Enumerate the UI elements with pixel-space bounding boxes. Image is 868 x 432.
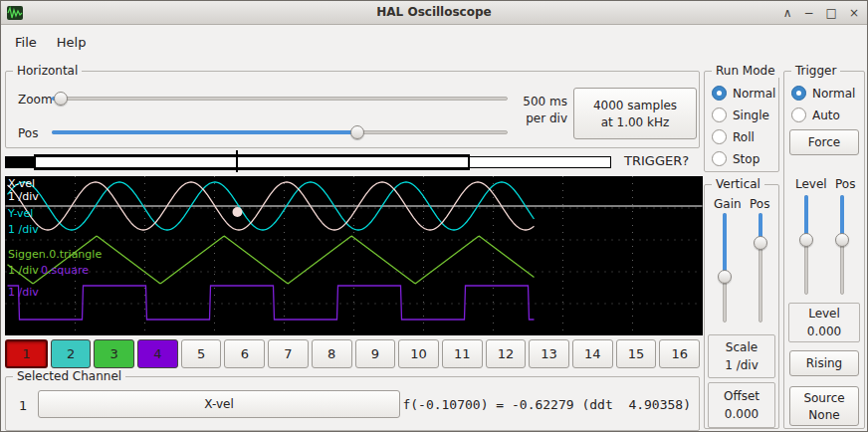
channel-strip: 12345678910111213141516: [5, 339, 700, 368]
radio-icon: [712, 108, 727, 122]
radio-label: Normal: [812, 87, 855, 101]
offset-label: Offset: [724, 389, 760, 403]
close-icon[interactable]: ×: [849, 1, 859, 25]
channel-button-1[interactable]: 1: [5, 339, 48, 368]
horizontal-pos-slider[interactable]: [52, 125, 508, 139]
radio-label: Stop: [733, 152, 760, 166]
horizontal-group: Horizontal Zoom 500 ms per div 4000 samp…: [5, 71, 700, 148]
trigger-question-label: TRIGGER?: [624, 153, 689, 168]
minimize-icon[interactable]: −: [804, 1, 814, 25]
trigger-level-slider[interactable]: [799, 195, 813, 295]
slider-track: [52, 97, 508, 101]
channel-button-10[interactable]: 10: [398, 339, 439, 368]
radio-icon: [712, 86, 727, 101]
channel-button-3[interactable]: 3: [94, 339, 134, 368]
time-per-div: 500 ms per div: [504, 94, 567, 127]
trigger-auto[interactable]: Auto: [791, 108, 840, 122]
trigger-normal[interactable]: Normal: [791, 86, 855, 101]
channel-value-readout: f(-0.10700) = -0.62279 (ddt 4.90358): [402, 397, 691, 412]
channel-button-5[interactable]: 5: [181, 339, 222, 368]
trigger-group: Trigger Normal Auto Force Level Pos Leve…: [783, 71, 865, 429]
runmode-normal[interactable]: Normal: [712, 86, 775, 101]
display-window-outline: [34, 154, 470, 170]
menu-help[interactable]: Help: [47, 30, 97, 55]
channel-button-9[interactable]: 9: [355, 339, 396, 368]
samples-line2: at 1.00 kHz: [601, 115, 670, 129]
time-per-div-unit: per div: [504, 110, 567, 127]
shade-icon[interactable]: ∧: [783, 1, 792, 25]
runmode-roll[interactable]: Roll: [712, 129, 755, 144]
trigger-position-tick: [236, 150, 238, 172]
trigger-source-button[interactable]: Source None: [789, 386, 859, 426]
vertical-pos-slider[interactable]: [754, 213, 767, 323]
slider-fill: [52, 130, 357, 134]
trace-siggen.0.square: [8, 286, 535, 320]
radio-label: Roll: [733, 130, 755, 144]
pos-label: Pos: [18, 126, 38, 140]
channel-button-15[interactable]: 15: [616, 339, 657, 368]
scope-canvas: [5, 176, 703, 335]
radio-icon: [712, 129, 727, 144]
channel-name-button[interactable]: X-vel: [38, 390, 400, 418]
scale-value: 1 /div: [725, 358, 759, 372]
time-per-div-value: 500 ms: [504, 94, 567, 110]
scope-display[interactable]: X-vel1 /divY-vel1 /divSiggen.0.triangle1…: [5, 176, 703, 335]
radio-label: Normal: [733, 87, 775, 101]
offset-display[interactable]: Offset 0.000: [708, 382, 775, 428]
slider-handle[interactable]: [835, 233, 849, 247]
run-mode-group: Run Mode Normal Single Roll Stop: [704, 71, 779, 172]
channel-button-14[interactable]: 14: [572, 339, 613, 368]
titlebar[interactable]: HAL Oscilloscope ∧ − □ ×: [1, 1, 867, 25]
runmode-single[interactable]: Single: [712, 108, 769, 122]
gain-slider[interactable]: [718, 213, 732, 323]
channel-button-16[interactable]: 16: [659, 339, 700, 368]
channel-button-7[interactable]: 7: [268, 339, 309, 368]
trigger-level-readout: Level 0.000: [788, 303, 860, 342]
radio-icon: [712, 151, 727, 166]
trigger-source-line1: Source: [803, 391, 844, 405]
zoom-label: Zoom: [18, 93, 53, 107]
channel-button-2[interactable]: 2: [51, 339, 92, 368]
trigger-group-label: Trigger: [791, 64, 840, 78]
hal-oscilloscope-window: HAL Oscilloscope ∧ − □ × File Help Horiz…: [0, 0, 868, 432]
scale-display[interactable]: Scale 1 /div: [708, 334, 775, 378]
channel-button-12[interactable]: 12: [486, 339, 527, 368]
vertical-group-label: Vertical: [712, 177, 764, 191]
trigger-level-readout-label: Level: [808, 307, 840, 321]
gain-label: Gain: [714, 197, 742, 211]
window-title: HAL Oscilloscope: [1, 5, 867, 19]
trigger-edge-button[interactable]: Rising: [789, 350, 859, 376]
trigger-level-readout-value: 0.000: [807, 324, 841, 338]
channel-button-6[interactable]: 6: [224, 339, 265, 368]
slider-handle[interactable]: [350, 125, 364, 139]
scale-label: Scale: [726, 340, 758, 354]
menu-file[interactable]: File: [5, 30, 47, 55]
slider-handle[interactable]: [54, 92, 68, 106]
radio-label: Single: [733, 108, 769, 122]
selected-channel-group: Selected Channel 1 X-vel f(-0.10700) = -…: [5, 376, 700, 431]
samples-button[interactable]: 4000 samples at 1.00 kHz: [573, 88, 697, 139]
slider-handle[interactable]: [754, 236, 767, 250]
maximize-icon[interactable]: □: [826, 1, 837, 25]
channel-button-4[interactable]: 4: [137, 339, 178, 368]
vertical-pos-label: Pos: [750, 197, 769, 211]
menubar: File Help: [1, 26, 867, 58]
runmode-stop[interactable]: Stop: [712, 151, 760, 166]
record-position-bar: TRIGGER?: [5, 150, 700, 174]
channel-button-13[interactable]: 13: [529, 339, 569, 368]
trigger-pos-label: Pos: [835, 177, 855, 191]
samples-line1: 4000 samples: [593, 99, 677, 112]
trigger-pos-slider[interactable]: [835, 195, 849, 295]
force-button[interactable]: Force: [789, 129, 859, 155]
channel-button-8[interactable]: 8: [312, 339, 352, 368]
zoom-slider[interactable]: [52, 92, 508, 106]
trigger-source-line2: None: [808, 408, 839, 422]
horizontal-group-label: Horizontal: [13, 64, 82, 78]
slider-handle[interactable]: [799, 233, 813, 247]
channel-button-11[interactable]: 11: [442, 339, 483, 368]
run-mode-group-label: Run Mode: [712, 64, 779, 78]
offset-value: 0.000: [725, 407, 759, 421]
trigger-level-label: Level: [795, 177, 827, 191]
slider-handle[interactable]: [718, 270, 732, 284]
trace-siggen.0.triangle: [8, 236, 535, 283]
